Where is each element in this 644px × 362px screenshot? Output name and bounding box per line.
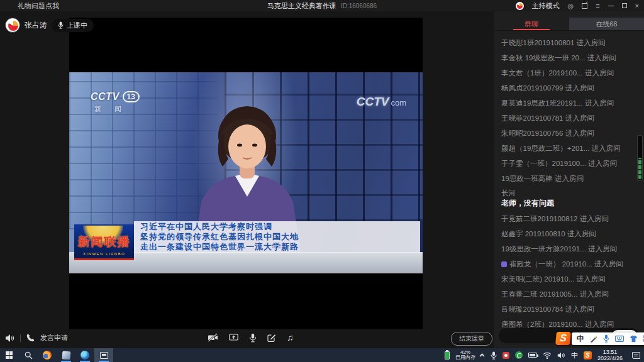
date: 2022/4/26 bbox=[597, 355, 623, 361]
tab-group-chat[interactable]: 群聊 bbox=[494, 18, 569, 30]
action-center-icon[interactable] bbox=[632, 352, 640, 359]
taskbar-search-button[interactable] bbox=[19, 348, 38, 362]
ime-language-toggle[interactable]: 中 bbox=[577, 332, 584, 345]
battery-icon[interactable] bbox=[528, 353, 537, 358]
headline-line: 走出一条建设中国特色世界一流大学新路 bbox=[140, 242, 420, 252]
microphone-icon[interactable] bbox=[249, 333, 257, 343]
class-status-label: 上课中 bbox=[67, 21, 87, 30]
record-icon[interactable]: ◎ bbox=[568, 0, 574, 11]
mic-volume-level bbox=[638, 158, 641, 179]
music-icon[interactable]: ♫ bbox=[287, 332, 294, 343]
chat-system-message: 李文君（1班）2019100... 进入房间 bbox=[501, 65, 640, 80]
taskbar-clock[interactable]: 13:51 2022/4/26 bbox=[597, 349, 623, 361]
course-title: 马克思主义经典著作课 bbox=[267, 2, 336, 9]
microphone-icon bbox=[58, 21, 64, 29]
memory-label: 已用内存 bbox=[455, 354, 475, 360]
end-class-button[interactable]: 结束课堂 bbox=[451, 332, 492, 346]
sogou-logo-icon[interactable]: S bbox=[555, 332, 571, 345]
tab-online-count[interactable]: 在线68 bbox=[569, 18, 644, 30]
news-video: CCTV 13 新 闻 CCTV com 习近平在中国人民大学考察时强调 坚持党… bbox=[69, 72, 423, 273]
windows-logo-icon bbox=[6, 351, 13, 359]
taskbar-active-window-button[interactable] bbox=[94, 348, 113, 362]
memory-battery-icon bbox=[445, 351, 450, 359]
cctv13-channel-logo: CCTV 13 新 闻 bbox=[91, 91, 140, 114]
ime-pen-icon[interactable] bbox=[590, 335, 597, 343]
xinwen-lianbo-logo: 新闻联播 XINWEN LIANBO bbox=[74, 224, 134, 260]
ime-keyboard-icon[interactable] bbox=[615, 336, 624, 342]
chat-system-message: 于晓彤1班2019100801 进入房间 bbox=[501, 35, 640, 50]
screen-share-icon[interactable] bbox=[229, 333, 238, 342]
teacher-avatar[interactable] bbox=[5, 18, 20, 33]
speaker-icon[interactable] bbox=[5, 334, 14, 343]
taskbar-app-button[interactable] bbox=[57, 348, 75, 362]
chat-system-message: 王晓菲2019100781 进入房间 bbox=[501, 111, 640, 126]
minimize-button[interactable] bbox=[608, 6, 614, 6]
firefox-icon bbox=[43, 351, 52, 359]
chat-system-message: 吕晓璇2019100784 进入房间 bbox=[501, 302, 640, 317]
wifi-icon[interactable] bbox=[543, 352, 552, 359]
camera-off-icon[interactable] bbox=[208, 333, 218, 342]
window-icon bbox=[100, 352, 108, 359]
tray-antivirus-icon[interactable] bbox=[515, 351, 523, 359]
sogou-ime-bar: S 中 bbox=[556, 332, 644, 345]
chat-system-message: 宋美明(二班) 201910... 进入房间 bbox=[501, 272, 640, 287]
tray-language-indicator[interactable]: 中 bbox=[571, 351, 578, 360]
maximize-button[interactable] bbox=[622, 3, 627, 8]
app-logo-icon bbox=[516, 2, 524, 10]
chat-system-message: 朱昭昭2019100756 进入房间 bbox=[501, 126, 640, 141]
chat-username: 长河 bbox=[501, 188, 640, 198]
tray-volume-icon[interactable] bbox=[557, 352, 565, 359]
close-button[interactable]: × bbox=[635, 0, 639, 11]
chat-user-message: 长河 老师，没有问题 bbox=[501, 186, 640, 211]
tray-expand-icon[interactable] bbox=[479, 353, 484, 358]
class-status-badge: 上课中 bbox=[52, 19, 94, 32]
windows-taskbar: 42% 已用内存 中 S 13:51 2022/4/26 bbox=[0, 348, 644, 362]
video-stage[interactable]: CCTV 13 新 闻 CCTV com 习近平在中国人民大学考察时强调 坚持党… bbox=[69, 18, 423, 329]
teacher-name: 张占涛 bbox=[25, 20, 47, 31]
ime-skin-icon[interactable] bbox=[630, 335, 638, 343]
classroom-app-window: 礼物问题点我 马克思主义经典著作课 ID:16060686 主持模式 ◎ ≡ ×… bbox=[0, 0, 644, 348]
chat-system-message: 李金秋 19级思政一班 20... 进入房间 bbox=[501, 50, 640, 65]
app-icon bbox=[80, 351, 89, 359]
chat-system-message: 于子雯（一班）2019100... 进入房间 bbox=[501, 156, 640, 171]
popout-icon[interactable] bbox=[582, 3, 587, 9]
chat-tabs: 群聊 在线68 bbox=[494, 18, 644, 31]
room-id: ID:16060686 bbox=[341, 3, 377, 9]
tray-sogou-icon[interactable]: S bbox=[584, 351, 592, 359]
chat-system-message: 赵鑫宇 2019100810 进入房间 bbox=[501, 226, 640, 241]
cctv-com-watermark: CCTV com bbox=[357, 95, 406, 109]
taskbar-firefox-button[interactable] bbox=[38, 348, 57, 362]
chat-panel: 群聊 在线68 于晓彤1班2019100801 进入房间 李金秋 19级思政一班… bbox=[494, 11, 644, 348]
time: 13:51 bbox=[603, 349, 618, 355]
headline-line: 习近平在中国人民大学考察时强调 bbox=[140, 222, 420, 232]
chat-system-message: 19思政一班高棒 进入房间 bbox=[501, 171, 640, 186]
chat-message-text: 老师，没有问题 bbox=[501, 198, 640, 209]
headline-line: 坚持党的领导传承红色基因扎根中国大地 bbox=[140, 232, 420, 242]
start-button[interactable] bbox=[0, 348, 19, 362]
chat-system-message: 于竞茹二班2019100812 进入房间 bbox=[501, 211, 640, 226]
chat-system-message: 王春蕾二班 20191005... 进入房间 bbox=[501, 287, 640, 302]
mic-volume-meter bbox=[637, 135, 643, 181]
chat-system-message: 19级思政一班方源20191... 进入房间 bbox=[501, 241, 640, 256]
taskbar-app-button[interactable] bbox=[75, 348, 94, 362]
tray-microphone-icon[interactable] bbox=[491, 351, 497, 359]
search-icon bbox=[25, 351, 33, 359]
tray-security-icon[interactable] bbox=[502, 352, 509, 359]
menu-icon[interactable]: ≡ bbox=[596, 0, 599, 11]
chat-system-message: 杨凤贞2019100799 进入房间 bbox=[501, 80, 640, 96]
ime-voice-icon[interactable] bbox=[603, 334, 609, 343]
speech-request-button[interactable]: 发言申请 bbox=[40, 333, 68, 343]
chat-system-message: 夏英迪19思政1班20191... 进入房间 bbox=[501, 96, 640, 111]
app-icon bbox=[62, 351, 70, 359]
chat-message-list[interactable]: 于晓彤1班2019100801 进入房间 李金秋 19级思政一班 20... 进… bbox=[501, 35, 640, 332]
chat-system-message: 崔殿龙（一班） 201910... 进入房间 bbox=[501, 256, 640, 272]
news-headline-banner: 习近平在中国人民大学考察时强调 坚持党的领导传承红色基因扎根中国大地 走出一条建… bbox=[134, 221, 420, 253]
whiteboard-edit-icon[interactable] bbox=[267, 333, 276, 342]
divider bbox=[20, 334, 21, 342]
host-mode-button[interactable]: 主持模式 bbox=[532, 1, 560, 11]
phone-icon[interactable] bbox=[26, 334, 35, 342]
title-bar: 礼物问题点我 马克思主义经典著作课 ID:16060686 主持模式 ◎ ≡ × bbox=[0, 0, 644, 11]
memory-usage: 42% 已用内存 bbox=[455, 350, 475, 360]
chat-system-message: 颜超（19思政二班）+201... 进入房间 bbox=[501, 141, 640, 156]
